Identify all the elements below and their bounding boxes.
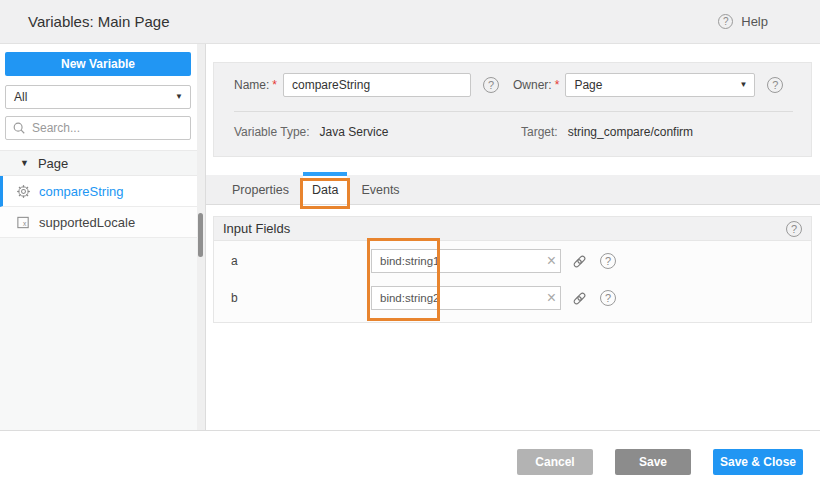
sidebar-scrollbar-thumb[interactable] xyxy=(198,213,203,257)
name-required-marker: * xyxy=(272,78,277,92)
input-field-row-a: a xyxy=(214,249,811,273)
dialog-footer: Cancel Save Save & Close xyxy=(0,430,820,490)
owner-select[interactable]: Page xyxy=(565,73,755,97)
field-a-binding-input[interactable] xyxy=(371,249,561,273)
variables-tree: Page compareString xyxy=(0,150,198,238)
tree-group-label: Page xyxy=(38,156,68,171)
page-title: Variables: Main Page xyxy=(28,13,169,30)
input-fields-panel: Input Fields a xyxy=(213,216,812,323)
detail-tab-bar: Properties Data Events xyxy=(206,175,820,205)
collapse-arrow-icon[interactable] xyxy=(20,159,29,168)
tab-data[interactable]: Data xyxy=(303,175,347,204)
field-b-label: b xyxy=(231,291,371,305)
field-a-help-icon[interactable] xyxy=(600,253,616,269)
field-b-binding-input[interactable] xyxy=(371,286,561,310)
tree-item-label: supportedLocale xyxy=(39,215,135,230)
form-divider xyxy=(234,111,793,112)
help-icon xyxy=(718,14,733,29)
java-service-icon xyxy=(16,184,31,199)
input-fields-header: Input Fields xyxy=(214,217,811,241)
tree-item-comparestring[interactable]: compareString xyxy=(0,176,198,207)
variables-sidebar: New Variable All Page xyxy=(0,44,206,430)
search-box xyxy=(5,116,191,140)
owner-label: Owner: xyxy=(513,78,552,92)
tab-properties[interactable]: Properties xyxy=(218,175,303,204)
variable-icon: x xyxy=(16,215,31,230)
filter-select-value: All xyxy=(14,90,27,104)
variables-dialog: Variables: Main Page Help New Variable A… xyxy=(0,0,820,490)
variable-type-label: Variable Type: xyxy=(234,125,310,139)
filter-select[interactable]: All xyxy=(5,85,191,109)
tree-item-supportedlocale[interactable]: x supportedLocale xyxy=(0,207,198,238)
chevron-down-icon xyxy=(739,81,747,89)
tree-item-label: compareString xyxy=(39,184,124,199)
variable-summary-form: Name: * Owner: * Page Variable Type: Jav… xyxy=(213,62,812,157)
input-field-row-b: b xyxy=(214,286,811,310)
chevron-down-icon xyxy=(175,93,183,101)
tab-events[interactable]: Events xyxy=(347,175,413,204)
name-help-icon[interactable] xyxy=(483,77,499,93)
dialog-header: Variables: Main Page Help xyxy=(0,0,820,44)
variable-detail-panel: Name: * Owner: * Page Variable Type: Jav… xyxy=(206,44,820,430)
help-label: Help xyxy=(741,14,768,29)
clear-icon[interactable] xyxy=(547,253,556,269)
new-variable-button[interactable]: New Variable xyxy=(5,52,191,76)
help-button[interactable]: Help xyxy=(718,14,768,29)
bind-link-icon[interactable] xyxy=(572,254,587,269)
input-fields-help-icon[interactable] xyxy=(786,221,802,237)
field-b-help-icon[interactable] xyxy=(600,290,616,306)
owner-select-value: Page xyxy=(574,78,602,92)
save-button[interactable]: Save xyxy=(615,449,691,475)
sidebar-empty-area xyxy=(0,238,197,430)
sidebar-scrollbar-track[interactable] xyxy=(197,44,205,430)
tab-data-label: Data xyxy=(312,183,338,197)
save-and-close-button[interactable]: Save & Close xyxy=(713,449,803,475)
target-value: string_compare/confirm xyxy=(568,125,693,139)
tree-group-page[interactable]: Page xyxy=(0,150,198,176)
owner-required-marker: * xyxy=(555,78,560,92)
owner-help-icon[interactable] xyxy=(767,77,783,93)
input-fields-title: Input Fields xyxy=(223,221,290,236)
target-label: Target: xyxy=(521,125,558,139)
search-icon xyxy=(12,121,26,135)
variable-type-value: Java Service xyxy=(320,125,389,139)
cancel-button[interactable]: Cancel xyxy=(517,449,593,475)
bind-link-icon[interactable] xyxy=(572,291,587,306)
search-input[interactable] xyxy=(5,116,191,140)
name-label: Name: xyxy=(234,78,269,92)
svg-text:x: x xyxy=(23,220,27,227)
field-a-label: a xyxy=(231,254,371,268)
data-tab-content: Input Fields a xyxy=(206,205,820,430)
clear-icon[interactable] xyxy=(547,290,556,306)
name-input[interactable] xyxy=(283,73,471,97)
